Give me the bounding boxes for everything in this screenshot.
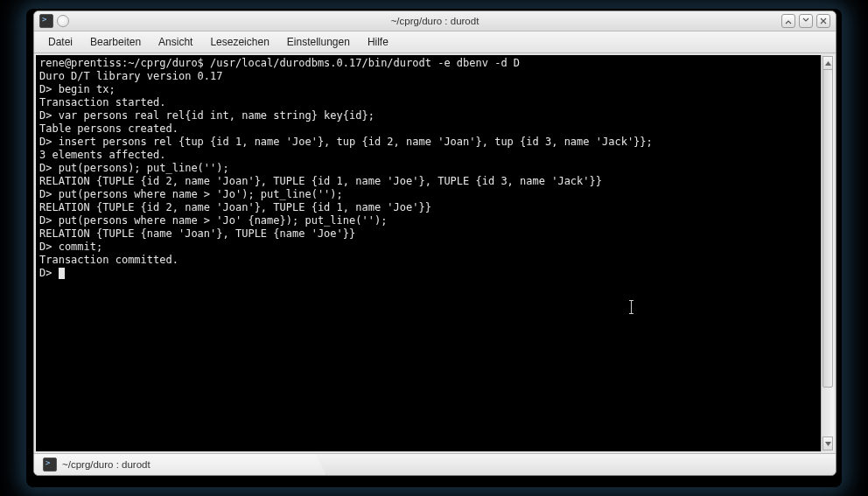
menu-einstellungen[interactable]: Einstellungen bbox=[278, 33, 359, 51]
menubar: Datei Bearbeiten Ansicht Lesezeichen Ein… bbox=[34, 31, 836, 53]
block-cursor bbox=[59, 268, 65, 279]
tab-bar: ~/cprg/duro : durodt bbox=[34, 453, 836, 475]
terminal-window: ~/cprg/duro : durodt Datei Bearbeiten An… bbox=[33, 10, 836, 476]
menu-ansicht[interactable]: Ansicht bbox=[150, 33, 201, 51]
menu-hilfe[interactable]: Hilfe bbox=[359, 33, 397, 51]
scroll-down-button[interactable] bbox=[822, 437, 833, 451]
scroll-thumb[interactable] bbox=[822, 69, 833, 388]
titlebar[interactable]: ~/cprg/duro : durodt bbox=[34, 11, 836, 31]
minimize-button[interactable] bbox=[781, 14, 795, 28]
menu-lesezeichen[interactable]: Lesezeichen bbox=[201, 33, 277, 51]
app-menu-icon[interactable] bbox=[39, 14, 53, 28]
text-cursor-icon bbox=[631, 300, 632, 314]
maximize-button[interactable] bbox=[799, 14, 813, 28]
terminal-output[interactable]: rene@prentiss:~/cprg/duro$ /usr/local/du… bbox=[36, 55, 821, 451]
window-title: ~/cprg/duro : durodt bbox=[34, 16, 836, 26]
tab-label: ~/cprg/duro : durodt bbox=[62, 459, 150, 470]
sticky-toggle-icon[interactable] bbox=[57, 15, 69, 27]
scroll-up-button[interactable] bbox=[822, 56, 833, 70]
scrollbar[interactable] bbox=[821, 55, 834, 451]
terminal-icon bbox=[43, 458, 57, 472]
menu-datei[interactable]: Datei bbox=[39, 33, 81, 51]
tab-active[interactable]: ~/cprg/duro : durodt bbox=[34, 454, 326, 475]
close-button[interactable] bbox=[816, 14, 830, 28]
menu-bearbeiten[interactable]: Bearbeiten bbox=[81, 33, 150, 51]
